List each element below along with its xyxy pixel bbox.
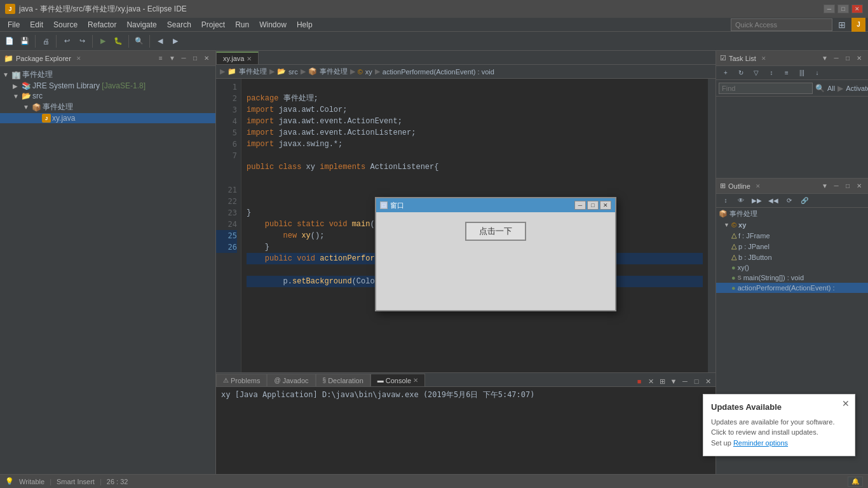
task-add-btn[interactable]: + (719, 66, 733, 80)
outline-action-icon: ● (731, 284, 736, 292)
breadcrumb-item-0[interactable]: 事件处理 (239, 67, 267, 76)
click-button[interactable]: 点击一下 (465, 222, 526, 241)
find-all-label[interactable]: All (827, 85, 835, 92)
menu-refactor[interactable]: Refactor (83, 19, 121, 30)
outline-link-btn[interactable]: 🔗 (797, 194, 811, 208)
outline-field-b[interactable]: △ b : JButton (716, 252, 868, 262)
tree-src[interactable]: ▼ 📂 src (0, 91, 215, 101)
outline-sync-btn[interactable]: ⟳ (782, 194, 796, 208)
find-input[interactable] (719, 83, 813, 94)
updates-link[interactable]: Reminder options (733, 439, 788, 447)
tab-xy-java[interactable]: xy.java ✕ (216, 51, 259, 64)
outline-min-btn[interactable]: ─ (831, 181, 841, 191)
updates-close-btn[interactable]: ✕ (842, 398, 850, 409)
find-activate-label[interactable]: Activate... (846, 85, 868, 92)
task-expand-btn[interactable]: ↓ (810, 66, 824, 80)
outline-collapse-btn[interactable]: ◀◀ (766, 194, 781, 208)
collapse-all-btn[interactable]: ≡ (156, 53, 166, 64)
outline-expand-btn[interactable]: ▶▶ (749, 194, 764, 208)
quick-access-input[interactable]: Quick Access (731, 18, 832, 31)
breadcrumb-item-1[interactable]: src (288, 68, 298, 76)
panel-close-btn[interactable]: ✕ (201, 53, 212, 64)
maximize-button[interactable]: □ (837, 4, 849, 13)
prev-btn[interactable]: ◀ (153, 34, 167, 48)
floating-maximize-btn[interactable]: □ (587, 201, 599, 210)
task-list-close-btn[interactable]: ✕ (854, 53, 864, 64)
search-btn[interactable]: 🔍 (132, 34, 146, 48)
console-menu-btn[interactable]: ▼ (668, 376, 679, 386)
outline-package[interactable]: 📦 事件处理 (716, 208, 868, 220)
outline-method-main[interactable]: ● S main(String[]) : void (716, 273, 868, 283)
menu-window[interactable]: Window (254, 19, 292, 30)
close-button[interactable]: ✕ (851, 4, 863, 13)
menu-file[interactable]: File (3, 19, 25, 30)
notifications-btn[interactable]: 🔔 (848, 477, 863, 487)
console-close-btn[interactable]: ✕ (703, 376, 713, 386)
panel-minimize-btn[interactable]: ─ (179, 53, 189, 64)
floating-minimize-btn[interactable]: ─ (574, 201, 586, 210)
outline-hide-btn[interactable]: 👁 (734, 194, 748, 208)
tree-jre[interactable]: ▶ 📚 JRE System Library [JavaSE-1.8] (0, 81, 215, 91)
task-filter-btn[interactable]: ▽ (749, 66, 763, 80)
task-columns-btn[interactable]: ||| (795, 66, 809, 80)
outline-method-action[interactable]: ● actionPerformed(ActionEvent) : (716, 283, 868, 293)
scroll-lock-btn[interactable]: ⊞ (657, 376, 667, 386)
window-title: java - 事件处理/src/事件处理/xy.java - Eclipse I… (19, 4, 187, 15)
minimize-button[interactable]: ─ (824, 4, 835, 13)
task-toolbar: + ↻ ▽ ↕ ≡ ||| ↓ (716, 66, 868, 80)
java-perspective-btn[interactable]: J (851, 18, 865, 32)
console-tab-close[interactable]: ✕ (413, 377, 418, 384)
tree-project[interactable]: ▼ 🏢 事件处理 (0, 69, 215, 81)
next-btn[interactable]: ▶ (168, 34, 182, 48)
breadcrumb-item-2[interactable]: 事件处理 (320, 67, 348, 76)
outline-sort-btn[interactable]: ↕ (719, 194, 733, 208)
clear-btn[interactable]: ✕ (646, 376, 656, 386)
outline-menu-btn[interactable]: ▼ (820, 181, 830, 191)
task-refresh-btn[interactable]: ↻ (734, 66, 748, 80)
task-list-menu-btn[interactable]: ▼ (820, 53, 830, 64)
menu-search[interactable]: Search (162, 19, 196, 30)
tab-console[interactable]: ▬ Console ✕ (370, 374, 425, 386)
panel-maximize-btn[interactable]: □ (190, 53, 200, 64)
outline-class-xy[interactable]: ▼ © xy (716, 220, 868, 230)
outline-field-p[interactable]: △ p : JPanel (716, 241, 868, 252)
breadcrumb-item-4[interactable]: actionPerformed(ActionEvent) : void (383, 68, 494, 76)
task-sort-btn[interactable]: ↕ (764, 66, 778, 80)
tree-file-xy[interactable]: ▶ J xy.java (0, 113, 215, 123)
task-group-btn[interactable]: ≡ (780, 66, 794, 80)
redo-btn[interactable]: ↪ (75, 34, 89, 48)
save-btn[interactable]: 💾 (18, 34, 32, 48)
menu-run[interactable]: Run (230, 19, 254, 30)
menu-edit[interactable]: Edit (25, 19, 48, 30)
task-list-max-btn[interactable]: □ (843, 53, 853, 64)
print-btn[interactable]: 🖨 (39, 34, 53, 48)
floating-close-btn[interactable]: ✕ (600, 201, 611, 210)
console-max-btn[interactable]: □ (691, 376, 702, 386)
outline-field-f[interactable]: △ f : JFrame (716, 230, 868, 241)
tab-close-btn[interactable]: ✕ (247, 55, 252, 62)
menu-help[interactable]: Help (292, 19, 318, 30)
menu-project[interactable]: Project (196, 19, 230, 30)
tree-package[interactable]: ▼ 📦 事件处理 (0, 101, 215, 113)
tab-problems[interactable]: ⚠ Problems (216, 374, 267, 386)
package-explorer-close-icon: ✕ (76, 55, 81, 62)
outline-max-btn[interactable]: □ (843, 181, 853, 191)
debug-btn[interactable]: 🐛 (111, 34, 125, 48)
outline-title: Outline (728, 182, 750, 190)
outline-constructor-xy[interactable]: ● xy() (716, 262, 868, 273)
editor-scrollbar[interactable] (708, 79, 715, 372)
tab-declaration[interactable]: § Declaration (316, 374, 370, 386)
breadcrumb-item-3[interactable]: xy (365, 68, 372, 76)
run-btn[interactable]: ▶ (96, 34, 110, 48)
tab-javadoc[interactable]: @ Javadoc (267, 374, 315, 386)
menu-source[interactable]: Source (48, 19, 83, 30)
stop-btn[interactable]: ■ (634, 376, 644, 386)
panel-menu-btn[interactable]: ▼ (167, 53, 177, 64)
outline-close-btn[interactable]: ✕ (854, 181, 864, 191)
new-btn[interactable]: 📄 (3, 34, 17, 48)
console-pin-btn[interactable]: ─ (680, 376, 690, 386)
task-list-min-btn[interactable]: ─ (831, 53, 841, 64)
menu-navigate[interactable]: Navigate (121, 19, 161, 30)
undo-btn[interactable]: ↩ (60, 34, 74, 48)
perspectives-btn[interactable]: ⊞ (835, 18, 849, 32)
